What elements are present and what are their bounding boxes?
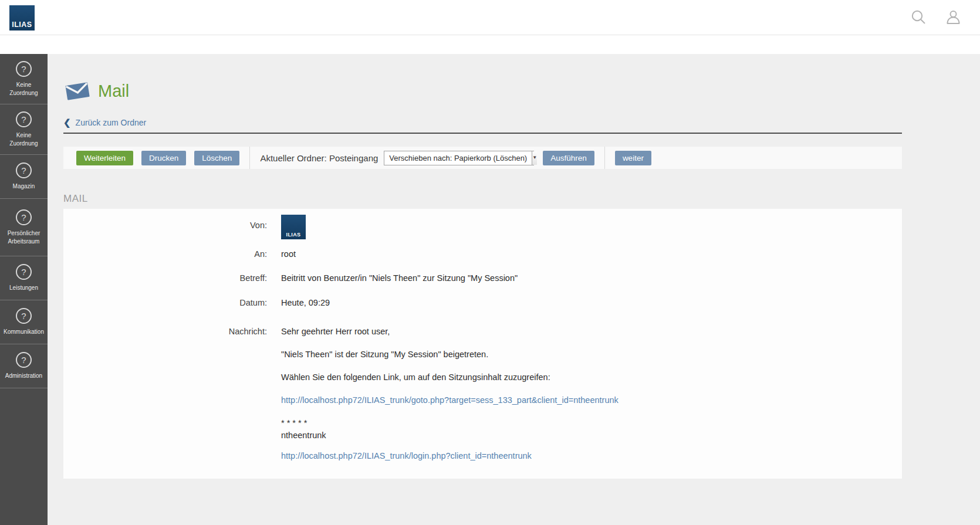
sidebar-item-keine-zuordnung-1[interactable]: ? Keine Zuordnung <box>0 54 48 104</box>
date-value: Heute, 09:29 <box>281 298 330 307</box>
current-folder-label: Aktueller Ordner: Posteingang <box>260 153 378 163</box>
question-circle-icon: ? <box>16 264 32 280</box>
sender-ilias-logo: ILIAS <box>281 215 306 239</box>
back-to-folder-link[interactable]: ❮ Zurück zum Ordner <box>63 117 902 128</box>
mail-toolbar: Weiterleiten Drucken Löschen Aktueller O… <box>63 147 902 169</box>
toolbar-divider <box>604 147 605 169</box>
sidebar-item-leistungen[interactable]: ? Leistungen <box>0 256 48 300</box>
date-label: Datum: <box>63 298 267 307</box>
user-icon[interactable] <box>945 9 961 25</box>
ilias-logo[interactable]: ILIAS <box>9 5 35 31</box>
move-to-select[interactable]: Verschieben nach: Papierkorb (Löschen) ▼ <box>384 151 534 165</box>
search-icon[interactable] <box>911 9 927 25</box>
subject-label: Betreff: <box>63 273 267 283</box>
sidebar-item-administration[interactable]: ? Administration <box>0 344 48 388</box>
sender-logo-text: ILIAS <box>286 232 300 238</box>
question-circle-icon: ? <box>16 61 32 77</box>
delete-button[interactable]: Löschen <box>194 151 239 165</box>
back-link-label: Zurück zum Ordner <box>76 118 147 127</box>
question-circle-icon: ? <box>16 308 32 324</box>
from-label: Von: <box>63 215 267 239</box>
next-button[interactable]: weiter <box>615 151 651 165</box>
question-circle-icon: ? <box>16 111 32 127</box>
execute-button[interactable]: Ausführen <box>543 151 594 165</box>
print-button[interactable]: Drucken <box>141 151 186 165</box>
sidebar-item-persoenlicher-arbeitsraum[interactable]: ? Persönlicher Arbeitsraum <box>0 199 48 256</box>
sidebar-item-label: Leistungen <box>9 284 38 292</box>
to-label: An: <box>63 249 267 259</box>
message-link-hint: Wählen Sie den folgenden Link, um auf de… <box>281 372 619 382</box>
sidebar-item-label: Persönlicher Arbeitsraum <box>2 229 46 245</box>
sidebar-item-label: Keine Zuordnung <box>2 81 46 97</box>
sidebar-item-kommunikation[interactable]: ? Kommunikation <box>0 300 48 344</box>
subject-value: Beitritt von Benutzer/in "Niels Theen" z… <box>281 273 518 283</box>
sidebar-item-label: Kommunikation <box>4 328 44 336</box>
message-greeting: Sehr geehrter Herr root user, <box>281 327 619 337</box>
header-divider <box>63 133 902 134</box>
sidebar-item-label: Administration <box>5 372 42 380</box>
mail-section-title: MAIL <box>63 193 902 205</box>
session-link[interactable]: http://localhost.php72/ILIAS_trunk/goto.… <box>281 395 619 405</box>
sidebar-item-label: Magazin <box>13 182 35 191</box>
forward-button[interactable]: Weiterleiten <box>76 151 133 165</box>
sidebar: ? Keine Zuordnung ? Keine Zuordnung ? Ma… <box>0 54 48 525</box>
select-dropdown-arrow-icon: ▼ <box>532 151 537 165</box>
move-to-select-value: Verschieben nach: Papierkorb (Löschen) <box>384 154 532 162</box>
mail-envelope-icon <box>65 80 90 101</box>
sidebar-item-label: Keine Zuordnung <box>2 131 46 147</box>
question-circle-icon: ? <box>16 162 32 178</box>
message-body: Sehr geehrter Herr root user, "Niels The… <box>281 327 619 474</box>
page-title: Mail <box>98 82 129 101</box>
to-value: root <box>281 249 296 259</box>
question-circle-icon: ? <box>16 352 32 368</box>
message-label: Nachricht: <box>63 327 267 474</box>
sidebar-item-magazin[interactable]: ? Magazin <box>0 155 48 199</box>
toolbar-divider <box>249 147 250 169</box>
client-name: ntheentrunk <box>281 431 619 441</box>
chevron-left-icon: ❮ <box>63 117 71 128</box>
ilias-logo-text: ILIAS <box>12 21 32 29</box>
sub-bar <box>0 35 980 54</box>
mail-detail-panel: Von: ILIAS An: root Betreff: Beitritt vo… <box>63 209 902 479</box>
question-circle-icon: ? <box>16 209 32 225</box>
sidebar-item-keine-zuordnung-2[interactable]: ? Keine Zuordnung <box>0 104 48 155</box>
login-link[interactable]: http://localhost.php72/ILIAS_trunk/login… <box>281 451 532 460</box>
top-bar: ILIAS <box>0 0 980 35</box>
message-join-info: "Niels Theen" ist der Sitzung "My Sessio… <box>281 350 619 360</box>
content-area: Mail ❮ Zurück zum Ordner Weiterleiten Dr… <box>48 54 980 525</box>
message-separator-stars: * * * * * <box>281 418 619 428</box>
